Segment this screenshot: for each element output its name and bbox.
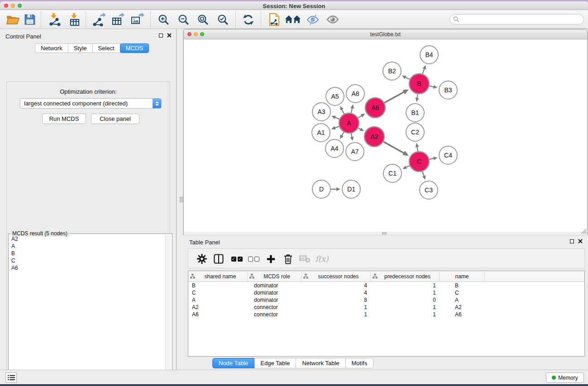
graph-node-label: B4 bbox=[425, 51, 433, 58]
memory-button[interactable]: Memory bbox=[546, 372, 584, 383]
import-table-button[interactable] bbox=[67, 11, 83, 28]
graph-edge[interactable] bbox=[422, 68, 424, 74]
tab-network-table[interactable]: Network Table bbox=[296, 358, 345, 368]
result-item[interactable]: A6 bbox=[9, 264, 165, 272]
table-cell[interactable]: B bbox=[440, 282, 485, 289]
table-cell[interactable]: 1 bbox=[301, 304, 371, 311]
column-header-successor-nodes[interactable]: successor nodes bbox=[301, 271, 371, 281]
search-input[interactable] bbox=[461, 16, 574, 23]
network-vscroll-thumb[interactable] bbox=[180, 197, 183, 202]
tab-network[interactable]: Network bbox=[35, 43, 68, 53]
graph-edge[interactable] bbox=[383, 142, 405, 153]
graph-node-label: A6 bbox=[371, 104, 379, 111]
table-cell[interactable]: A2 bbox=[440, 304, 485, 311]
table-cell[interactable]: A6 bbox=[188, 311, 248, 318]
table-cell[interactable]: 4 bbox=[301, 282, 371, 289]
search-field[interactable] bbox=[449, 14, 584, 24]
hide-selected-button[interactable] bbox=[305, 11, 321, 28]
tab-mcds[interactable]: MCDS bbox=[120, 43, 149, 53]
table-cell[interactable]: 1 bbox=[371, 282, 440, 289]
add-column-button[interactable] bbox=[263, 251, 279, 267]
resize-grip-icon[interactable] bbox=[581, 229, 587, 234]
tab-node-table[interactable]: Node Table bbox=[212, 358, 255, 368]
delete-column-button[interactable] bbox=[280, 251, 296, 267]
table-cell[interactable]: 1 bbox=[301, 311, 371, 318]
graph-edge[interactable] bbox=[384, 92, 404, 103]
table-cell[interactable]: A bbox=[440, 296, 485, 304]
table-cell[interactable]: A6 bbox=[440, 311, 485, 318]
delete-table-button[interactable] bbox=[296, 251, 313, 267]
refresh-button[interactable] bbox=[240, 11, 256, 28]
criterion-dropdown[interactable]: largest connected component (directed) bbox=[20, 98, 162, 109]
table-row[interactable]: Cdominator41C bbox=[188, 289, 584, 296]
table-cell[interactable]: 1 bbox=[371, 311, 440, 318]
table-cell[interactable]: 8 bbox=[301, 296, 371, 304]
zoom-in-button[interactable] bbox=[155, 11, 172, 28]
table-cell[interactable]: 1 bbox=[371, 304, 440, 311]
network-canvas[interactable]: B4B2BB3A5A8A6B1A3AC2A1A2A4A7C4CC1DD1C3 bbox=[184, 39, 587, 232]
open-session-button[interactable] bbox=[5, 11, 21, 28]
run-mcds-button[interactable]: Run MCDS bbox=[42, 114, 86, 124]
table-cell[interactable]: dominator bbox=[248, 289, 301, 296]
table-cell[interactable]: 4 bbox=[301, 289, 371, 296]
table-row[interactable]: Bdominator41B bbox=[188, 282, 584, 289]
close-panel-icon[interactable] bbox=[167, 33, 172, 38]
table-cell[interactable]: A2 bbox=[188, 304, 248, 311]
show-panels-button[interactable] bbox=[5, 372, 17, 383]
tab-edge-table[interactable]: Edge Table bbox=[254, 358, 296, 368]
export-image-button[interactable] bbox=[129, 11, 146, 28]
show-hidden-button[interactable] bbox=[325, 11, 341, 28]
tab-style[interactable]: Style bbox=[68, 43, 93, 53]
table-cell[interactable]: connector bbox=[248, 311, 301, 318]
function-builder-button[interactable]: f(x) bbox=[314, 251, 330, 267]
deselect-all-button[interactable] bbox=[245, 251, 262, 267]
table-row[interactable]: A6connector11A6 bbox=[188, 311, 584, 318]
zoom-out-button[interactable] bbox=[175, 11, 191, 28]
plus-icon bbox=[266, 254, 276, 264]
table-cell[interactable]: C bbox=[188, 289, 248, 296]
network-hscroll[interactable] bbox=[184, 232, 587, 235]
export-table-button[interactable] bbox=[110, 11, 126, 28]
column-header-shared-name[interactable]: shared name bbox=[188, 271, 248, 281]
table-row[interactable]: A2connector11A2 bbox=[188, 304, 584, 311]
home-layout-button[interactable] bbox=[285, 11, 301, 28]
graph-node-label: B1 bbox=[411, 109, 419, 116]
result-item[interactable]: A2 bbox=[9, 235, 165, 243]
result-item[interactable]: B bbox=[9, 250, 165, 257]
select-all-button[interactable]: ✓✓ bbox=[229, 251, 245, 267]
result-item[interactable]: A bbox=[9, 243, 165, 250]
network-hscroll-thumb[interactable] bbox=[382, 232, 387, 234]
table-cell[interactable]: dominator bbox=[248, 282, 301, 289]
table-cell[interactable]: dominator bbox=[248, 296, 301, 304]
float-table-panel-icon[interactable] bbox=[570, 239, 574, 243]
column-header-name[interactable]: name bbox=[440, 271, 485, 281]
result-item[interactable]: C bbox=[9, 257, 165, 264]
column-header-predecessor-nodes[interactable]: predecessor nodes bbox=[371, 271, 440, 281]
table-cell[interactable]: C bbox=[440, 289, 485, 296]
zoom-fit-button[interactable] bbox=[195, 11, 211, 28]
import-network-button[interactable] bbox=[46, 11, 62, 28]
table-settings-button[interactable] bbox=[194, 251, 210, 267]
show-columns-button[interactable] bbox=[210, 251, 227, 267]
checked-box-icon: ✓ bbox=[231, 257, 236, 262]
save-session-button[interactable] bbox=[22, 11, 38, 28]
table-cell[interactable]: 1 bbox=[371, 289, 440, 296]
tab-select[interactable]: Select bbox=[92, 43, 120, 53]
column-header-mcds-role[interactable]: MCDS role bbox=[248, 271, 301, 281]
table-row[interactable]: Adominator80A bbox=[188, 296, 584, 304]
table-cell[interactable]: 0 bbox=[371, 296, 440, 304]
tab-motifs[interactable]: Motifs bbox=[345, 358, 374, 368]
mcds-result-list[interactable]: A2ABCA6 bbox=[9, 235, 165, 384]
export-network-button[interactable] bbox=[91, 11, 107, 28]
network-graph[interactable]: B4B2BB3A5A8A6B1A3AC2A1A2A4A7C4CC1DD1C3 bbox=[184, 39, 587, 232]
network-window-titlebar[interactable]: testGlobe.txt bbox=[184, 29, 587, 39]
float-panel-icon[interactable] bbox=[159, 33, 163, 38]
table-cell[interactable]: connector bbox=[248, 304, 301, 311]
duplicate-network-button[interactable] bbox=[266, 11, 282, 28]
table-cell[interactable]: A bbox=[188, 296, 248, 304]
table-cell[interactable]: B bbox=[188, 282, 248, 289]
close-table-panel-icon[interactable] bbox=[578, 239, 583, 243]
close-panel-button[interactable]: Close panel bbox=[91, 114, 139, 124]
result-scrollbar[interactable] bbox=[165, 234, 172, 384]
zoom-selected-button[interactable] bbox=[215, 11, 231, 28]
